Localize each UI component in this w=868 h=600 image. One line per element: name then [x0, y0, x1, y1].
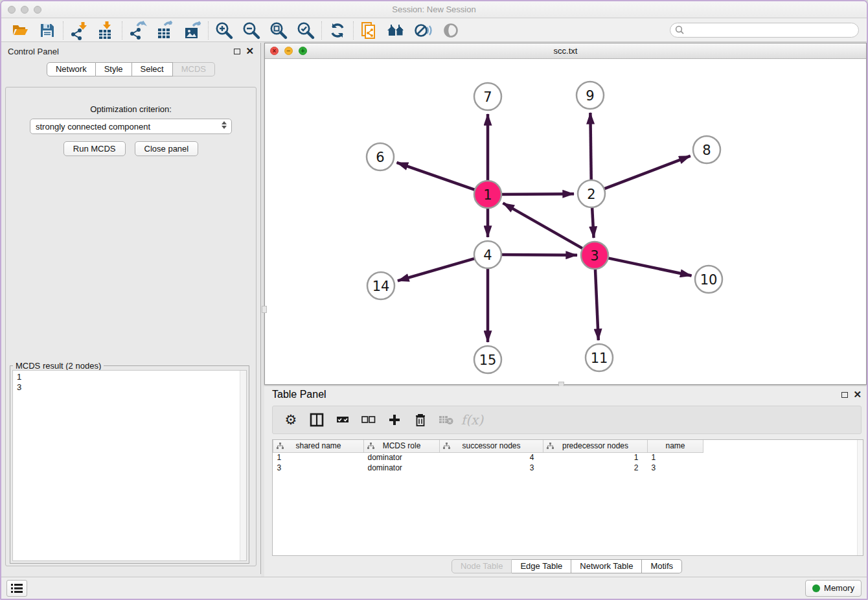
tab-motifs[interactable]: Motifs [642, 559, 682, 573]
close-table-panel-icon[interactable]: ✕ [853, 391, 862, 398]
graph-edge-2-9[interactable] [590, 113, 591, 181]
search-input[interactable] [670, 23, 859, 38]
network-canvas[interactable]: 7968124314101511 [265, 59, 866, 384]
save-session-icon[interactable] [34, 20, 61, 41]
graph-edge-3-11[interactable] [595, 268, 599, 340]
import-table-icon[interactable] [93, 20, 120, 41]
tab-network[interactable]: Network [47, 62, 96, 76]
network-window: × − + scc.txt 7968124314101511 [264, 43, 867, 385]
function-builder-icon: f(x) [461, 408, 484, 432]
tab-select[interactable]: Select [132, 62, 173, 76]
float-table-panel-icon[interactable] [841, 392, 848, 398]
table-row[interactable]: 1 dominator 4 1 1 [273, 452, 703, 463]
graph-node-label-11: 11 [591, 351, 608, 366]
node-table: shared name MCDS role successor nodes pr… [272, 439, 863, 556]
hide-selected-icon[interactable] [410, 20, 437, 41]
graph-edge-3-1[interactable] [503, 203, 584, 249]
table-panel: Table Panel ✕ ⚙ [264, 386, 868, 577]
open-file-icon[interactable] [6, 20, 34, 41]
import-network-icon[interactable] [65, 20, 93, 41]
column-type-icon [443, 443, 450, 450]
cell-predecessor-nodes[interactable]: 1 [543, 452, 648, 463]
network-close-button[interactable]: × [270, 47, 279, 55]
graph-edge-1-6[interactable] [396, 163, 476, 190]
export-network-icon[interactable] [124, 20, 152, 41]
graph-edge-4-3[interactable] [500, 255, 577, 255]
refresh-icon[interactable] [324, 20, 351, 41]
graph-node-label-4: 4 [483, 248, 492, 263]
app-window: Session: New Session [0, 0, 868, 600]
mcds-result-title: MCDS result (2 nodes) [13, 361, 104, 371]
clone-network-icon[interactable] [356, 20, 383, 41]
cell-shared-name[interactable]: 1 [273, 452, 364, 463]
table-scrollbar[interactable] [857, 440, 863, 555]
table-toolbar: ⚙ f(x) [272, 406, 862, 434]
toolbar-separator [208, 21, 209, 40]
delete-column-icon[interactable] [409, 408, 432, 432]
cell-shared-name[interactable]: 3 [273, 463, 364, 473]
result-line: 1 [17, 372, 242, 382]
close-panel-icon[interactable]: ✕ [246, 48, 254, 54]
cell-predecessor-nodes[interactable]: 2 [543, 463, 648, 473]
column-manager-icon[interactable] [305, 408, 328, 432]
mcds-result-textarea[interactable]: 1 3 [12, 370, 247, 561]
close-panel-button[interactable]: Close panel [135, 141, 199, 156]
criterion-select[interactable]: strongly connected component [30, 119, 232, 134]
graph-edge-3-10[interactable] [607, 258, 692, 276]
column-header-predecessor-nodes[interactable]: predecessor nodes [543, 440, 648, 452]
table-row[interactable]: 3 dominator 3 2 3 [273, 463, 703, 473]
first-neighbors-icon[interactable] [383, 20, 410, 41]
tab-mcds[interactable]: MCDS [173, 62, 215, 76]
run-mcds-button[interactable]: Run MCDS [63, 141, 126, 156]
tab-edge-table[interactable]: Edge Table [512, 559, 571, 573]
table-tabs-band: Node Table Edge Table Network Table Moti… [264, 556, 868, 577]
criterion-value: strongly connected component [36, 122, 150, 132]
network-minimize-button[interactable]: − [284, 47, 293, 55]
column-type-icon [367, 443, 374, 450]
column-header-name[interactable]: name [648, 440, 703, 452]
tab-style[interactable]: Style [96, 62, 132, 76]
zoom-selected-icon[interactable] [292, 20, 319, 41]
export-image-icon[interactable] [179, 20, 206, 41]
export-table-icon[interactable] [152, 20, 179, 41]
column-header-successor-nodes[interactable]: successor nodes [440, 440, 543, 452]
graph-edge-2-3[interactable] [592, 206, 594, 238]
float-panel-icon[interactable] [234, 49, 240, 54]
zoom-in-icon[interactable] [211, 20, 238, 41]
settings-gear-icon[interactable]: ⚙ [279, 408, 303, 432]
select-all-icon[interactable] [331, 408, 354, 432]
tab-node-table[interactable]: Node Table [451, 559, 512, 573]
cell-successor-nodes[interactable]: 3 [440, 463, 543, 473]
cell-name[interactable]: 1 [648, 452, 703, 463]
result-scrollbar[interactable] [240, 371, 246, 560]
table-header-row: shared name MCDS role successor nodes pr… [273, 440, 703, 452]
optimization-criterion-label: Optimization criterion: [6, 104, 256, 114]
graph-edge-4-14[interactable] [398, 258, 476, 281]
network-graph[interactable]: 7968124314101511 [265, 59, 866, 384]
memory-button[interactable]: Memory [805, 580, 862, 597]
task-history-button[interactable] [6, 580, 27, 597]
column-header-shared-name[interactable]: shared name [273, 440, 364, 452]
cell-name[interactable]: 3 [648, 463, 703, 473]
network-maximize-button[interactable]: + [299, 47, 307, 55]
panel-splitter-handle[interactable] [262, 306, 267, 313]
toolbar-separator [63, 21, 63, 40]
zoom-out-icon[interactable] [238, 20, 265, 41]
cell-mcds-role[interactable]: dominator [364, 463, 440, 473]
column-header-mcds-role[interactable]: MCDS role [364, 440, 440, 452]
graph-edge-2-8[interactable] [603, 156, 691, 190]
graph-edge-1-2[interactable] [500, 194, 574, 194]
delete-table-icon [435, 408, 458, 432]
graph-node-label-8: 8 [702, 143, 711, 158]
add-column-icon[interactable] [383, 408, 406, 432]
zoom-fit-icon[interactable] [265, 20, 292, 41]
table-panel-title: Table Panel [272, 389, 326, 400]
node-table-grid[interactable]: shared name MCDS role successor nodes pr… [273, 440, 703, 473]
cell-mcds-role[interactable]: dominator [364, 452, 440, 463]
graph-node-label-14: 14 [372, 279, 390, 294]
table-panel-header: Table Panel ✕ [264, 386, 868, 403]
deselect-all-icon[interactable] [357, 408, 380, 432]
tab-network-table[interactable]: Network Table [571, 559, 642, 573]
graph-node-label-9: 9 [586, 88, 594, 104]
cell-successor-nodes[interactable]: 4 [440, 452, 543, 463]
